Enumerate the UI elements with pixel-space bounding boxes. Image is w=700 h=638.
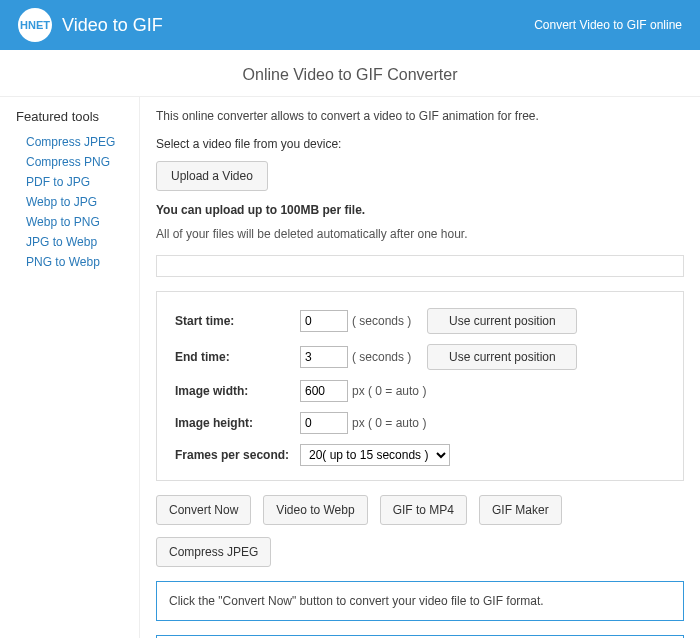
logo-text: HNET (20, 19, 50, 31)
height-label: Image height: (175, 416, 300, 430)
action-row: Convert Now Video to Webp GIF to MP4 GIF… (156, 495, 684, 567)
row-end-time: End time: ( seconds ) Use current positi… (175, 344, 665, 370)
width-label: Image width: (175, 384, 300, 398)
select-file-label: Select a video file from you device: (156, 137, 684, 151)
row-start-time: Start time: ( seconds ) Use current posi… (175, 308, 665, 334)
sidebar-item-webp-to-jpg[interactable]: Webp to JPG (16, 192, 133, 212)
brand-title: Video to GIF (62, 15, 163, 36)
row-fps: Frames per second: 20( up to 15 seconds … (175, 444, 665, 466)
sidebar-item-webp-to-png[interactable]: Webp to PNG (16, 212, 133, 232)
end-time-label: End time: (175, 350, 300, 364)
row-width: Image width: px ( 0 = auto ) (175, 380, 665, 402)
sidebar-item-png-to-webp[interactable]: PNG to Webp (16, 252, 133, 272)
convert-now-button[interactable]: Convert Now (156, 495, 251, 525)
settings-panel: Start time: ( seconds ) Use current posi… (156, 291, 684, 481)
header-link-convert[interactable]: Convert Video to GIF online (534, 18, 682, 32)
intro-text: This online converter allows to convert … (156, 109, 684, 123)
main: This online converter allows to convert … (140, 97, 700, 638)
gif-maker-button[interactable]: GIF Maker (479, 495, 562, 525)
logo-icon: HNET (18, 8, 52, 42)
compress-jpeg-button[interactable]: Compress JPEG (156, 537, 271, 567)
width-unit: px ( 0 = auto ) (352, 384, 426, 398)
use-current-position-start-button[interactable]: Use current position (427, 308, 577, 334)
preview-placeholder (156, 255, 684, 277)
start-time-label: Start time: (175, 314, 300, 328)
content-wrap: Featured tools Compress JPEG Compress PN… (0, 96, 700, 638)
fps-select[interactable]: 20( up to 15 seconds ) (300, 444, 450, 466)
page-title: Online Video to GIF Converter (0, 50, 700, 96)
sidebar-item-pdf-to-jpg[interactable]: PDF to JPG (16, 172, 133, 192)
header: HNET Video to GIF Convert Video to GIF o… (0, 0, 700, 50)
sidebar-heading: Featured tools (16, 109, 133, 124)
end-seconds-unit: ( seconds ) (352, 350, 411, 364)
gif-to-mp4-button[interactable]: GIF to MP4 (380, 495, 467, 525)
hint-box: Click the "Convert Now" button to conver… (156, 581, 684, 621)
sidebar: Featured tools Compress JPEG Compress PN… (0, 97, 140, 638)
hint-text: Click the "Convert Now" button to conver… (169, 594, 544, 608)
start-time-input[interactable] (300, 310, 348, 332)
upload-limit-text: You can upload up to 100MB per file. (156, 203, 684, 217)
sidebar-item-compress-jpeg[interactable]: Compress JPEG (16, 132, 133, 152)
brand: HNET Video to GIF (18, 8, 163, 42)
start-seconds-unit: ( seconds ) (352, 314, 411, 328)
use-current-position-end-button[interactable]: Use current position (427, 344, 577, 370)
sidebar-item-compress-png[interactable]: Compress PNG (16, 152, 133, 172)
video-to-webp-button[interactable]: Video to Webp (263, 495, 367, 525)
end-time-input[interactable] (300, 346, 348, 368)
row-height: Image height: px ( 0 = auto ) (175, 412, 665, 434)
height-input[interactable] (300, 412, 348, 434)
delete-note: All of your files will be deleted automa… (156, 227, 684, 241)
width-input[interactable] (300, 380, 348, 402)
sidebar-item-jpg-to-webp[interactable]: JPG to Webp (16, 232, 133, 252)
fps-label: Frames per second: (175, 448, 300, 462)
upload-video-button[interactable]: Upload a Video (156, 161, 268, 191)
height-unit: px ( 0 = auto ) (352, 416, 426, 430)
